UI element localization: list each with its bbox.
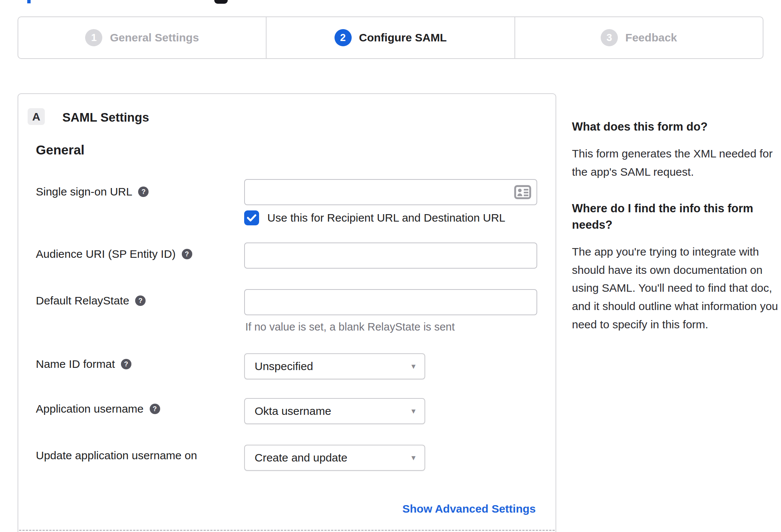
step-number-badge: 2 — [335, 29, 352, 46]
step-number-badge: 3 — [601, 29, 618, 46]
help-icon[interactable]: ? — [138, 187, 149, 197]
app-username-value: Okta username — [255, 405, 331, 417]
audience-uri-input[interactable] — [244, 242, 537, 269]
nameid-format-label-row: Name ID format ? — [36, 358, 131, 370]
sso-url-label-row: Single sign-on URL ? — [36, 185, 149, 198]
sidebar-question-2: Where do I find the info this form needs… — [572, 200, 779, 233]
app-username-select[interactable]: Okta username ▾ — [244, 398, 425, 424]
section-badge: A — [28, 108, 45, 125]
help-sidebar: What does this form do? This form genera… — [572, 119, 779, 353]
help-icon[interactable]: ? — [182, 249, 192, 259]
update-username-select[interactable]: Create and update ▾ — [244, 445, 425, 471]
sso-url-input-wrap — [244, 179, 537, 205]
show-advanced-settings-link[interactable]: Show Advanced Settings — [402, 503, 536, 515]
update-username-label: Update application username on — [36, 449, 197, 462]
recipient-url-checkbox-label: Use this for Recipient URL and Destinati… — [267, 212, 505, 224]
help-icon[interactable]: ? — [135, 295, 146, 306]
step-configure-saml[interactable]: 2 Configure SAML — [266, 17, 514, 58]
section-divider — [19, 530, 555, 531]
recipient-url-checkbox[interactable] — [244, 210, 259, 225]
sidebar-answer-2: The app you're trying to integrate with … — [572, 243, 779, 334]
step-label: Feedback — [625, 31, 677, 44]
step-label: Configure SAML — [359, 31, 447, 44]
sso-url-label: Single sign-on URL — [36, 185, 132, 198]
help-icon[interactable]: ? — [150, 404, 160, 414]
recipient-url-checkbox-row: Use this for Recipient URL and Destinati… — [244, 210, 505, 225]
nameid-format-select[interactable]: Unspecified ▾ — [244, 353, 425, 379]
update-username-label-row: Update application username on — [36, 449, 197, 462]
update-username-value: Create and update — [255, 451, 348, 464]
nameid-format-value: Unspecified — [255, 360, 313, 373]
nameid-format-label: Name ID format — [36, 358, 115, 370]
general-section-title: General — [36, 143, 84, 157]
chevron-down-icon: ▾ — [411, 453, 416, 463]
app-username-label: Application username — [36, 403, 144, 415]
chevron-down-icon: ▾ — [411, 406, 416, 416]
checkmark-icon — [247, 214, 256, 222]
saml-settings-panel: A SAML Settings General Single sign-on U… — [18, 93, 556, 532]
help-icon[interactable]: ? — [121, 359, 131, 369]
cropped-logo-fragment — [27, 0, 31, 3]
chevron-down-icon: ▾ — [411, 362, 416, 371]
audience-uri-label-row: Audience URI (SP Entity ID) ? — [36, 248, 192, 260]
sidebar-question-1: What does this form do? — [572, 119, 779, 135]
sso-url-input[interactable] — [244, 179, 537, 205]
relaystate-helper-text: If no value is set, a blank RelayState i… — [245, 321, 455, 333]
app-username-label-row: Application username ? — [36, 403, 160, 415]
sidebar-answer-1: This form generates the XML needed for t… — [572, 145, 779, 181]
contact-card-icon[interactable] — [514, 185, 531, 199]
page: 1 General Settings 2 Configure SAML 3 Fe… — [0, 0, 781, 532]
relaystate-label-row: Default RelayState ? — [36, 294, 146, 307]
step-number-badge: 1 — [85, 29, 102, 46]
cropped-icon-fragment — [214, 0, 228, 4]
audience-uri-label: Audience URI (SP Entity ID) — [36, 248, 176, 260]
step-feedback[interactable]: 3 Feedback — [514, 17, 763, 58]
step-general-settings[interactable]: 1 General Settings — [18, 17, 266, 58]
step-label: General Settings — [110, 31, 199, 44]
wizard-stepper: 1 General Settings 2 Configure SAML 3 Fe… — [18, 16, 763, 59]
panel-title: SAML Settings — [62, 110, 149, 125]
relaystate-label: Default RelayState — [36, 294, 129, 307]
relaystate-input[interactable] — [244, 289, 537, 315]
